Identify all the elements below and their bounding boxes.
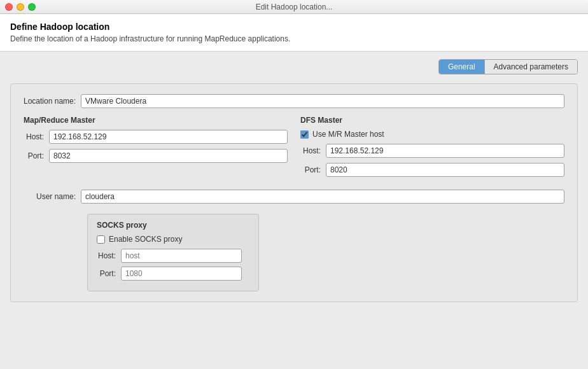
mr-port-label: Port: xyxy=(24,151,49,160)
socks-section: SOCKS proxy Enable SOCKS proxy Host: Por… xyxy=(87,214,259,291)
title-bar: Edit Hadoop location... xyxy=(0,0,588,14)
socks-title: SOCKS proxy xyxy=(97,221,249,230)
enable-socks-row: Enable SOCKS proxy xyxy=(97,235,249,244)
enable-socks-checkbox[interactable] xyxy=(97,235,105,244)
tab-advanced[interactable]: Advanced parameters xyxy=(485,60,577,74)
dfs-port-label: Port: xyxy=(300,165,326,174)
dfs-host-input[interactable] xyxy=(326,144,564,158)
username-row: User name: xyxy=(24,190,564,204)
minimize-button[interactable] xyxy=(17,3,24,11)
dfs-title: DFS Master xyxy=(300,116,564,125)
tab-general[interactable]: General xyxy=(439,60,485,74)
mr-port-row: Port: xyxy=(24,149,288,163)
enable-socks-label[interactable]: Enable SOCKS proxy xyxy=(109,235,182,244)
socks-port-row: Port: xyxy=(97,267,249,281)
window-title: Edit Hadoop location... xyxy=(256,3,333,11)
traffic-lights xyxy=(5,3,36,11)
location-name-input[interactable] xyxy=(81,94,564,108)
two-col-section: Map/Reduce Master Host: Port: DFS Master… xyxy=(24,116,564,182)
socks-host-input[interactable] xyxy=(121,249,242,263)
close-button[interactable] xyxy=(5,3,13,11)
username-label: User name: xyxy=(24,192,81,201)
socks-host-row: Host: xyxy=(97,249,249,263)
use-mr-host-row: Use M/R Master host xyxy=(300,130,564,139)
username-input[interactable] xyxy=(81,190,564,204)
form-container: Location name: Map/Reduce Master Host: P… xyxy=(10,83,578,302)
tab-group: General Advanced parameters xyxy=(438,59,578,74)
socks-port-input[interactable] xyxy=(121,267,242,281)
dfs-host-row: Host: xyxy=(300,144,564,158)
maximize-button[interactable] xyxy=(28,3,36,11)
mr-port-input[interactable] xyxy=(49,149,288,163)
socks-port-label: Port: xyxy=(97,269,121,278)
mr-host-row: Host: xyxy=(24,130,288,144)
use-mr-host-checkbox[interactable] xyxy=(300,130,309,139)
dfs-section: DFS Master Use M/R Master host Host: Por… xyxy=(300,116,564,182)
dfs-host-label: Host: xyxy=(300,146,326,155)
dfs-port-row: Port: xyxy=(300,163,564,177)
mapreduce-title: Map/Reduce Master xyxy=(24,116,288,125)
content-area: General Advanced parameters Location nam… xyxy=(0,52,588,367)
dialog-subtitle: Define the location of a Hadoop infrastr… xyxy=(10,34,578,43)
mr-host-input[interactable] xyxy=(49,130,288,144)
tab-bar: General Advanced parameters xyxy=(10,59,578,74)
dialog-title: Define Hadoop location xyxy=(10,22,578,32)
location-name-row: Location name: xyxy=(24,94,564,108)
mapreduce-section: Map/Reduce Master Host: Port: xyxy=(24,116,288,182)
use-mr-host-label[interactable]: Use M/R Master host xyxy=(312,130,384,139)
dfs-port-input[interactable] xyxy=(326,163,564,177)
location-name-label: Location name: xyxy=(24,97,81,106)
dialog-header: Define Hadoop location Define the locati… xyxy=(0,14,588,52)
socks-host-label: Host: xyxy=(97,251,121,260)
socks-wrapper: SOCKS proxy Enable SOCKS proxy Host: Por… xyxy=(87,211,564,291)
mr-host-label: Host: xyxy=(24,132,49,141)
